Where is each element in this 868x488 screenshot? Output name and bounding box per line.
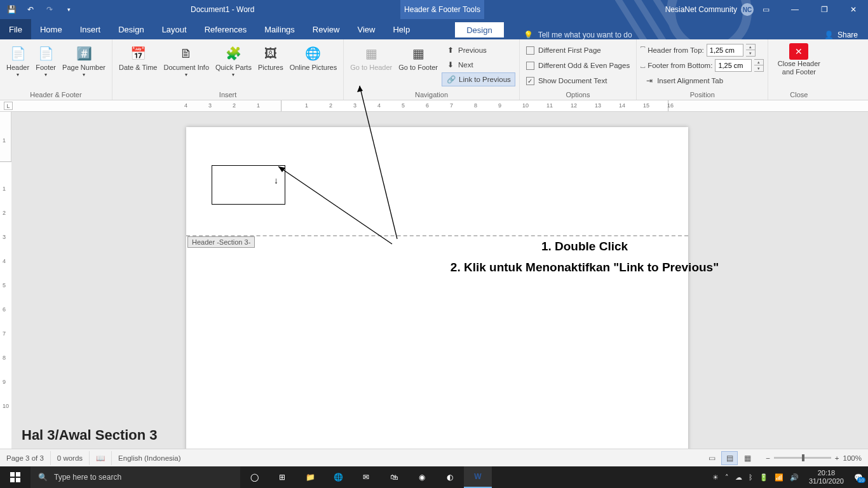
- title-bar: 💾 ↶ ↷ ▾ Document1 - Word Header & Footer…: [0, 0, 868, 19]
- previous-icon: ⬆: [445, 45, 456, 55]
- svg-rect-8: [16, 478, 20, 482]
- user-account[interactable]: NesiaNet Community NC: [665, 3, 754, 16]
- header-from-top-field[interactable]: ⎴Header from Top:▴▾: [641, 43, 764, 57]
- edge-icon[interactable]: 🌐: [324, 466, 352, 488]
- tray-bluetooth-icon[interactable]: ᛒ: [749, 473, 753, 481]
- user-name: NesiaNet Community: [665, 5, 737, 14]
- tell-me-search[interactable]: 💡 Tell me what you want to do: [524, 30, 632, 39]
- tab-selector-icon[interactable]: L: [4, 102, 13, 110]
- tab-file[interactable]: File: [0, 19, 31, 39]
- minimize-icon[interactable]: —: [780, 0, 810, 19]
- mail-icon[interactable]: ✉: [352, 466, 380, 488]
- spinner[interactable]: ▴▾: [754, 59, 764, 72]
- tray-chevron-up-icon[interactable]: ˄: [725, 473, 729, 482]
- page-number-button[interactable]: #️⃣Page Number▾: [60, 42, 108, 79]
- overlay-page-label: Hal 3/Awal Section 3: [22, 427, 158, 444]
- horizontal-ruler[interactable]: L 4321 12345678910111213141516: [0, 100, 868, 112]
- header-boundary-line: [186, 235, 688, 236]
- chrome-icon[interactable]: ◉: [408, 466, 436, 488]
- zoom-slider[interactable]: [774, 457, 831, 459]
- zoom-out-button[interactable]: −: [766, 454, 770, 462]
- taskbar-clock[interactable]: 20:1831/10/2020: [805, 469, 848, 485]
- tray-weather-icon[interactable]: ☀: [712, 473, 719, 482]
- web-layout-icon[interactable]: ▦: [739, 451, 756, 465]
- tab-home[interactable]: Home: [31, 19, 71, 39]
- tab-review[interactable]: Review: [304, 19, 349, 39]
- date-time-button[interactable]: 📅Date & Time: [116, 42, 160, 73]
- zoom-level[interactable]: 100%: [843, 454, 862, 462]
- different-odd-even-checkbox[interactable]: Different Odd & Even Pages: [524, 58, 632, 72]
- tray-volume-icon[interactable]: 🔊: [790, 473, 799, 482]
- windows-taskbar: 🔍Type here to search ◯ ⊞ 📁 🌐 ✉ 🛍 ◉ ◐ W ☀…: [0, 466, 868, 488]
- spinner[interactable]: ▴▾: [746, 44, 756, 57]
- goto-footer-button[interactable]: ▦Go to Footer: [396, 42, 440, 73]
- print-layout-icon[interactable]: ▤: [721, 451, 738, 465]
- status-page[interactable]: Page 3 of 3: [0, 451, 51, 465]
- close-icon[interactable]: ✕: [839, 0, 868, 19]
- undo-icon[interactable]: ↶: [23, 0, 38, 19]
- tab-references[interactable]: References: [196, 19, 255, 39]
- document-info-button[interactable]: 🗎Document Info▾: [161, 42, 212, 79]
- start-button[interactable]: [0, 466, 31, 488]
- header-from-top-input[interactable]: [707, 44, 743, 57]
- cortana-icon[interactable]: ◯: [240, 466, 268, 488]
- footer-icon: 📄: [36, 43, 56, 64]
- footer-button[interactable]: 📄Footer▾: [33, 42, 58, 79]
- tab-layout[interactable]: Layout: [153, 19, 196, 39]
- taskbar-search[interactable]: 🔍Type here to search: [31, 466, 240, 488]
- next-icon: ⬇: [445, 60, 456, 70]
- ribbon-tabs: File Home Insert Design Layout Reference…: [0, 19, 868, 39]
- ribbon-display-icon[interactable]: ▭: [751, 0, 780, 19]
- online-pictures-button[interactable]: 🌐Online Pictures: [287, 42, 340, 73]
- group-position: ⎴Header from Top:▴▾ ⎵Footer from Bottom:…: [637, 39, 768, 100]
- pictures-button[interactable]: 🖼Pictures: [255, 42, 286, 73]
- qat-dropdown-icon[interactable]: ▾: [61, 0, 76, 19]
- document-canvas[interactable]: ↓ Header -Section 3-: [11, 112, 868, 449]
- insert-alignment-tab-button[interactable]: ⇥Insert Alignment Tab: [641, 74, 764, 88]
- word-icon[interactable]: W: [464, 466, 492, 488]
- page[interactable]: ↓ Header -Section 3-: [186, 127, 688, 449]
- link-to-previous-button[interactable]: 🔗Link to Previous: [442, 72, 515, 86]
- footer-from-bottom-field[interactable]: ⎵Footer from Bottom:▴▾: [641, 58, 764, 72]
- group-header-footer: 📄Header▾ 📄Footer▾ #️⃣Page Number▾ Header…: [0, 39, 112, 100]
- different-first-page-checkbox[interactable]: Different First Page: [524, 43, 632, 57]
- header-button[interactable]: 📄Header▾: [4, 42, 32, 79]
- quick-parts-button[interactable]: 🧩Quick Parts▾: [213, 42, 254, 79]
- next-button[interactable]: ⬇Next: [442, 58, 515, 72]
- tab-help[interactable]: Help: [384, 19, 419, 39]
- maximize-icon[interactable]: ❐: [810, 0, 839, 19]
- status-proofing[interactable]: 📖: [90, 451, 112, 465]
- read-mode-icon[interactable]: ▭: [703, 451, 720, 465]
- notification-icon[interactable]: 💬10: [854, 473, 863, 482]
- show-document-text-checkbox[interactable]: ✓Show Document Text: [524, 74, 632, 88]
- tab-mailings[interactable]: Mailings: [255, 19, 304, 39]
- store-icon[interactable]: 🛍: [380, 466, 408, 488]
- file-explorer-icon[interactable]: 📁: [296, 466, 324, 488]
- goto-header-icon: ▦: [361, 43, 381, 64]
- tab-hf-design[interactable]: Design: [454, 22, 504, 38]
- group-navigation: ▦Go to Header ▦Go to Footer ⬆Previous ⬇N…: [344, 39, 520, 100]
- status-language[interactable]: English (Indonesia): [112, 451, 187, 465]
- previous-button[interactable]: ⬆Previous: [442, 43, 515, 57]
- footer-from-bottom-input[interactable]: [715, 59, 752, 72]
- share-icon: 👤: [824, 30, 834, 39]
- obs-icon[interactable]: ◐: [436, 466, 464, 488]
- tray-onedrive-icon[interactable]: ☁: [735, 473, 742, 482]
- share-button[interactable]: 👤 Share: [814, 30, 868, 39]
- vertical-ruler[interactable]: 1 12345678910: [0, 112, 11, 449]
- proofing-icon: 📖: [96, 454, 105, 463]
- ribbon: 📄Header▾ 📄Footer▾ #️⃣Page Number▾ Header…: [0, 39, 868, 100]
- zoom-controls: − + 100%: [759, 454, 868, 462]
- redo-icon[interactable]: ↷: [42, 0, 57, 19]
- tab-insert[interactable]: Insert: [71, 19, 110, 39]
- tray-wifi-icon[interactable]: 📶: [775, 473, 783, 482]
- close-header-footer-button[interactable]: ✕Close Header and Footer: [772, 42, 825, 77]
- save-icon[interactable]: 💾: [4, 0, 19, 19]
- tray-battery-icon[interactable]: 🔋: [759, 473, 768, 482]
- status-word-count[interactable]: 0 words: [51, 451, 90, 465]
- task-view-icon[interactable]: ⊞: [268, 466, 296, 488]
- document-workspace: 1 12345678910 ↓ Header -Section 3-: [0, 112, 868, 449]
- tab-view[interactable]: View: [348, 19, 384, 39]
- zoom-in-button[interactable]: +: [835, 454, 839, 462]
- tab-design[interactable]: Design: [109, 19, 153, 39]
